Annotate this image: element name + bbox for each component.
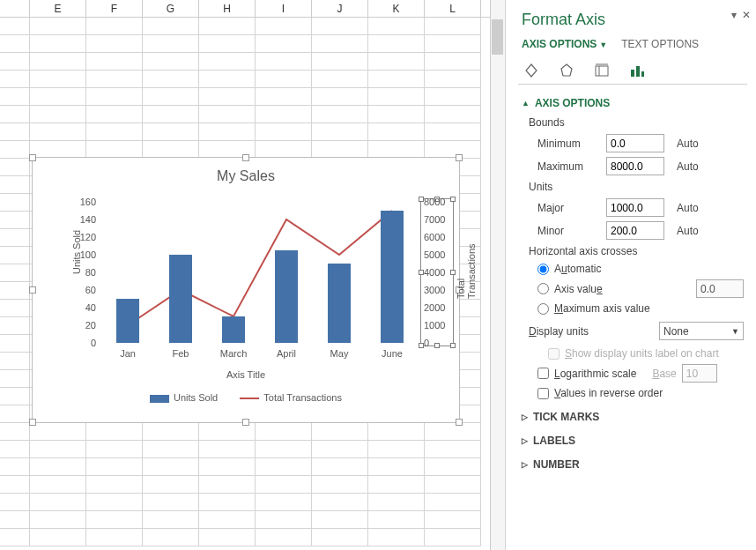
units-label: Units [529, 181, 744, 193]
display-units-label: Display units [529, 325, 589, 338]
chart-object[interactable]: My Sales Units Sold Total Transactions 0… [32, 157, 460, 423]
plot-area[interactable]: 0204060801001201401600100020003000400050… [101, 202, 419, 343]
axis-options-icon[interactable] [627, 61, 647, 80]
section-axis-options[interactable]: ▲AXIS OPTIONS [522, 97, 744, 109]
hcross-label: Horizontal axis crosses [529, 245, 744, 257]
x-axis-title[interactable]: Axis Title [33, 369, 459, 380]
resize-handle[interactable] [456, 154, 463, 161]
hcross-axisvalue-radio[interactable] [537, 283, 549, 294]
reverse-order-check[interactable] [537, 388, 549, 399]
log-scale-check[interactable] [537, 368, 549, 379]
bounds-max-auto[interactable]: Auto [677, 160, 699, 173]
resize-handle[interactable] [456, 419, 463, 426]
fill-line-icon[interactable] [522, 61, 541, 80]
svg-marker-0 [561, 64, 572, 76]
svg-rect-4 [631, 70, 634, 77]
section-tick-marks[interactable]: ▷TICK MARKS [522, 411, 744, 423]
log-base-input [682, 364, 717, 383]
size-properties-icon[interactable] [592, 61, 611, 80]
hcross-axisvalue-input [696, 279, 744, 298]
chart-title[interactable]: My Sales [33, 168, 459, 184]
format-axis-pane: ▾ ✕ Format Axis AXIS OPTIONS▼ TEXT OPTIO… [505, 0, 756, 550]
bounds-min-input[interactable] [606, 134, 664, 152]
show-units-label-check [548, 348, 560, 360]
col-header[interactable]: K [368, 0, 425, 17]
section-labels[interactable]: ▷LABELS [522, 435, 744, 447]
vertical-scrollbar[interactable] [490, 0, 505, 550]
resize-handle[interactable] [242, 154, 249, 161]
col-header[interactable]: L [425, 0, 481, 17]
units-minor-input[interactable] [606, 221, 664, 240]
col-header[interactable]: J [312, 0, 368, 17]
legend-swatch-bar [150, 395, 169, 403]
resize-handle[interactable] [29, 154, 36, 161]
pane-options-icon[interactable]: ▾ [731, 9, 737, 21]
units-minor-auto[interactable]: Auto [677, 225, 699, 237]
col-header[interactable]: I [256, 0, 312, 17]
bounds-min-auto[interactable]: Auto [677, 138, 699, 150]
spreadsheet-grid[interactable]: E F G H I J K L My Sales Units Sold Tota… [0, 0, 505, 550]
hcross-automatic-radio[interactable] [537, 264, 549, 275]
bounds-max-input[interactable] [606, 157, 664, 175]
col-header[interactable]: G [143, 0, 199, 17]
units-major-auto[interactable]: Auto [677, 202, 699, 214]
col-header[interactable]: H [199, 0, 256, 17]
svg-rect-1 [596, 66, 608, 76]
tab-text-options[interactable]: TEXT OPTIONS [621, 38, 699, 50]
tab-axis-options[interactable]: AXIS OPTIONS▼ [522, 38, 607, 50]
chart-legend[interactable]: Units Sold Total Transactions [33, 392, 459, 403]
legend-swatch-line [240, 398, 259, 399]
secondary-y-axis-title[interactable]: Total Transactions [456, 243, 477, 299]
pane-title: Format Axis [522, 11, 744, 29]
bounds-label: Bounds [529, 116, 744, 129]
effects-icon[interactable] [557, 61, 576, 80]
resize-handle[interactable] [242, 419, 249, 426]
column-headers: E F G H I J K L [0, 0, 505, 18]
pane-close-icon[interactable]: ✕ [742, 9, 751, 21]
hcross-axisvalue-label: Axis value [554, 283, 603, 295]
svg-rect-5 [636, 66, 640, 77]
col-header[interactable]: F [86, 0, 143, 17]
svg-rect-6 [641, 71, 644, 77]
hcross-max-radio[interactable] [537, 303, 549, 315]
resize-handle[interactable] [29, 419, 36, 426]
units-major-input[interactable] [606, 198, 664, 217]
display-units-select[interactable]: None▼ [659, 322, 744, 340]
col-header[interactable]: E [30, 0, 86, 17]
section-number[interactable]: ▷NUMBER [522, 458, 744, 471]
resize-handle[interactable] [29, 286, 36, 294]
